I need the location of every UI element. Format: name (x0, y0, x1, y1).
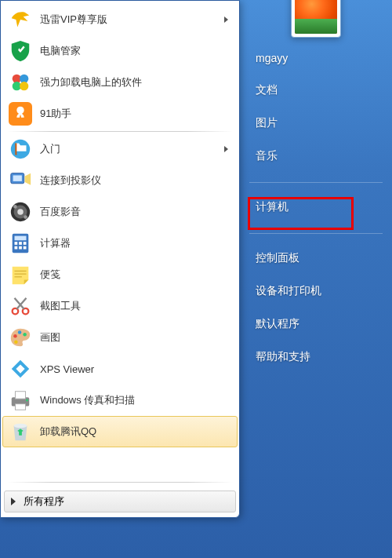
menu-item-label: 电脑管家 (40, 44, 233, 58)
svg-point-32 (14, 424, 27, 429)
user-picture-flower-icon (295, 0, 337, 34)
recent-item-calculator[interactable]: 计算器 (2, 228, 238, 259)
recent-item-projector[interactable]: 连接到投影仪 (2, 165, 238, 196)
all-programs-label: 所有程序 (24, 494, 64, 509)
programs-list: 迅雷VIP尊享版 电脑管家 强力卸载电脑上的软件 91助手 (2, 4, 238, 480)
svg-point-13 (24, 215, 27, 219)
all-programs-button[interactable]: 所有程序 (4, 491, 236, 512)
start-menu-right-pane: mgayy 文档 图片 音乐 计算机 控制面板 设备和打印机 默认程序 帮助和支… (240, 0, 392, 558)
xps-viewer-icon (9, 357, 32, 381)
submenu-arrow-icon (224, 146, 228, 152)
right-separator (249, 233, 383, 234)
svg-rect-15 (15, 236, 27, 241)
recent-item-fax-scan[interactable]: Windows 传真和扫描 (2, 385, 238, 416)
submenu-arrow-icon (224, 16, 228, 23)
svg-rect-8 (13, 175, 22, 181)
right-link-control-panel[interactable]: 控制面板 (249, 245, 383, 272)
menu-item-label: 卸载腾讯QQ (40, 425, 233, 439)
right-personal-links: mgayy 文档 图片 音乐 (240, 42, 392, 179)
user-picture-frame[interactable] (291, 0, 341, 38)
menu-item-label: 迅雷VIP尊享版 (40, 13, 224, 27)
svg-point-12 (13, 205, 17, 209)
recent-item-uninstall-qq[interactable]: 卸载腾讯QQ (2, 416, 238, 447)
right-link-devices-printers[interactable]: 设备和打印机 (249, 278, 383, 305)
fax-scan-icon (9, 388, 32, 412)
svg-point-27 (14, 340, 18, 344)
menu-item-label: 连接到投影仪 (40, 173, 233, 188)
pinned-item-uninstall[interactable]: 强力卸载电脑上的软件 (2, 67, 238, 98)
paint-icon (9, 326, 32, 349)
right-settings-links: 控制面板 设备和打印机 默认程序 帮助和支持 (240, 242, 392, 380)
svg-rect-21 (24, 246, 27, 250)
right-link-pictures[interactable]: 图片 (249, 110, 383, 137)
arrow-right-icon (11, 498, 16, 505)
right-link-music[interactable]: 音乐 (249, 143, 383, 170)
menu-item-label: Windows 传真和扫描 (40, 393, 233, 407)
sticky-notes-icon (9, 263, 32, 286)
uninstall-tool-icon (9, 71, 32, 94)
svg-rect-18 (24, 242, 27, 245)
menu-item-label: 强力卸载电脑上的软件 (40, 75, 233, 89)
svg-rect-20 (19, 246, 22, 250)
right-link-username[interactable]: mgayy (249, 46, 383, 71)
menu-separator (7, 131, 233, 132)
right-link-help-support[interactable]: 帮助和支持 (249, 344, 383, 370)
svg-rect-19 (15, 246, 18, 250)
getting-started-icon (9, 137, 32, 161)
right-link-documents[interactable]: 文档 (249, 77, 383, 104)
svg-point-24 (13, 334, 17, 338)
svg-point-3 (20, 82, 28, 90)
menu-item-label: 便笺 (40, 268, 233, 282)
menu-item-label: 画图 (40, 330, 233, 345)
menu-item-label: 截图工具 (40, 299, 233, 313)
91-assistant-icon (9, 102, 32, 126)
menu-item-label: 91助手 (40, 107, 233, 121)
pinned-item-thunder[interactable]: 迅雷VIP尊享版 (2, 4, 238, 35)
recent-item-baidu-player[interactable]: 百度影音 (2, 196, 238, 228)
right-separator (249, 182, 383, 183)
recent-item-getting-started[interactable]: 入门 (2, 133, 238, 165)
pinned-item-pcmanager[interactable]: 电脑管家 (2, 35, 238, 67)
all-programs-container: 所有程序 (2, 487, 238, 516)
menu-item-label: XPS Viewer (40, 363, 233, 375)
svg-rect-6 (15, 144, 16, 155)
svg-rect-17 (19, 242, 22, 245)
snipping-tool-icon (9, 294, 32, 318)
start-menu-left-pane: 迅雷VIP尊享版 电脑管家 强力卸载电脑上的软件 91助手 (0, 0, 240, 518)
menu-item-label: 百度影音 (40, 205, 233, 219)
recent-item-paint[interactable]: 画图 (2, 322, 238, 353)
menu-item-label: 入门 (40, 142, 224, 156)
recent-item-sticky-notes[interactable]: 便笺 (2, 259, 238, 290)
svg-rect-30 (15, 404, 25, 410)
recycle-bin-icon (9, 420, 32, 443)
svg-point-31 (26, 399, 28, 402)
calculator-icon (9, 232, 32, 255)
recent-item-xps-viewer[interactable]: XPS Viewer (2, 353, 238, 385)
recent-item-snipping-tool[interactable]: 截图工具 (2, 290, 238, 322)
pinned-item-91[interactable]: 91助手 (2, 98, 238, 129)
svg-rect-29 (15, 392, 25, 399)
svg-point-26 (23, 333, 27, 337)
pc-manager-icon (9, 39, 32, 63)
menu-item-label: 计算器 (40, 236, 233, 250)
svg-point-25 (18, 330, 22, 334)
right-link-default-programs[interactable]: 默认程序 (249, 311, 383, 337)
thunder-bird-icon (9, 8, 32, 31)
start-menu: 迅雷VIP尊享版 电脑管家 强力卸载电脑上的软件 91助手 (0, 0, 392, 558)
svg-point-11 (17, 209, 24, 215)
baidu-player-icon (9, 200, 32, 224)
projector-icon (9, 169, 32, 192)
svg-rect-16 (15, 242, 18, 245)
right-system-links: 计算机 (240, 191, 392, 230)
right-link-computer[interactable]: 计算机 (249, 194, 383, 221)
menu-separator (7, 482, 233, 483)
